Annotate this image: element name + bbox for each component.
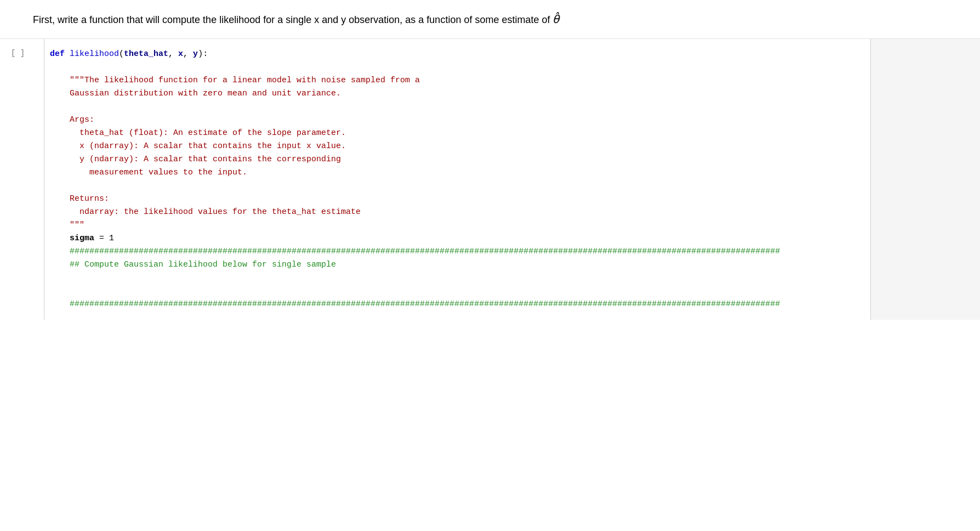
code-content[interactable]: def likelihood(theta_hat, x, y): """The … (44, 39, 870, 320)
comment-hashes-text-2: ########################################… (50, 300, 780, 309)
param-y: y (193, 49, 198, 59)
function-name: likelihood (70, 49, 119, 59)
docstring-arg-x: x (ndarray): A scalar that contains the … (50, 140, 859, 153)
var-sigma: sigma (50, 234, 94, 243)
docstring-returns-label: Returns: (50, 194, 109, 204)
param-theta-hat: theta_hat (124, 49, 168, 59)
docstring-arg-y-line1: y (ndarray): A scalar that contains the … (50, 153, 859, 166)
docstring-arg-theta-text: theta_hat (float): An estimate of the sl… (50, 128, 346, 138)
comment-hashes-1: ########################################… (50, 245, 859, 258)
comma1: , (168, 49, 178, 59)
comment-hashes-2: ########################################… (50, 298, 859, 311)
blank-line-2 (50, 100, 859, 114)
docstring-text-2: Gaussian distribution with zero mean and… (50, 89, 341, 98)
code-area-wrapper: def likelihood(theta_hat, x, y): """The … (44, 39, 870, 320)
docstring-arg-x-text: x (ndarray): A scalar that contains the … (50, 142, 346, 151)
comment-gaussian: ## Compute Gaussian likelihood below for… (50, 258, 859, 272)
execution-count: [ ] (11, 49, 25, 58)
docstring-returns-val: ndarray: the likelihood values for the t… (50, 206, 859, 219)
docstring-returns-text: ndarray: the likelihood values for the t… (50, 207, 361, 217)
equals-sigma: = (94, 234, 109, 243)
theta-symbol: θ̂ (552, 13, 559, 25)
docstring-arg-y-line2: measurement values to the input. (50, 166, 859, 179)
comment-gaussian-text: ## Compute Gaussian likelihood below for… (50, 260, 336, 269)
docstring-text-1: """The likelihood function for a linear … (50, 76, 420, 85)
paren-open: ( (119, 49, 124, 59)
paren-close-colon: ): (198, 49, 208, 59)
cell-gutter: [ ] (0, 39, 44, 320)
param-x: x (178, 49, 183, 59)
comma2: , (183, 49, 193, 59)
docstring-arg-y-text2: measurement values to the input. (50, 168, 247, 177)
keyword-def: def (50, 49, 70, 59)
blank-line-5 (50, 285, 859, 298)
code-line-def: def likelihood(theta_hat, x, y): (50, 48, 859, 61)
text-cell: First, write a function that will comput… (0, 0, 980, 38)
sigma-line: sigma = 1 (50, 232, 859, 245)
docstring-arg-theta: theta_hat (float): An estimate of the sl… (50, 127, 859, 140)
blank-line-1 (50, 61, 859, 74)
docstring-arg-y-text1: y (ndarray): A scalar that contains the … (50, 155, 341, 164)
docstring-close: """ (50, 219, 859, 232)
value-1: 1 (109, 234, 114, 243)
docstring-args-header: Args: (50, 114, 859, 127)
blank-line-4 (50, 272, 859, 285)
docstring-open: """The likelihood function for a linear … (50, 74, 859, 87)
docstring-gaussian: Gaussian distribution with zero mean and… (50, 87, 859, 100)
comment-hashes-text-1: ########################################… (50, 247, 780, 256)
right-panel (870, 39, 980, 320)
blank-line-3 (50, 179, 859, 193)
notebook-container: First, write a function that will comput… (0, 0, 980, 531)
docstring-close-text: """ (50, 221, 84, 230)
docstring-args-label: Args: (50, 115, 94, 125)
code-cell[interactable]: [ ] def likelihood(theta_hat, x, y): """… (0, 38, 980, 320)
docstring-returns-header: Returns: (50, 193, 859, 206)
text-cell-content: First, write a function that will comput… (33, 14, 559, 25)
